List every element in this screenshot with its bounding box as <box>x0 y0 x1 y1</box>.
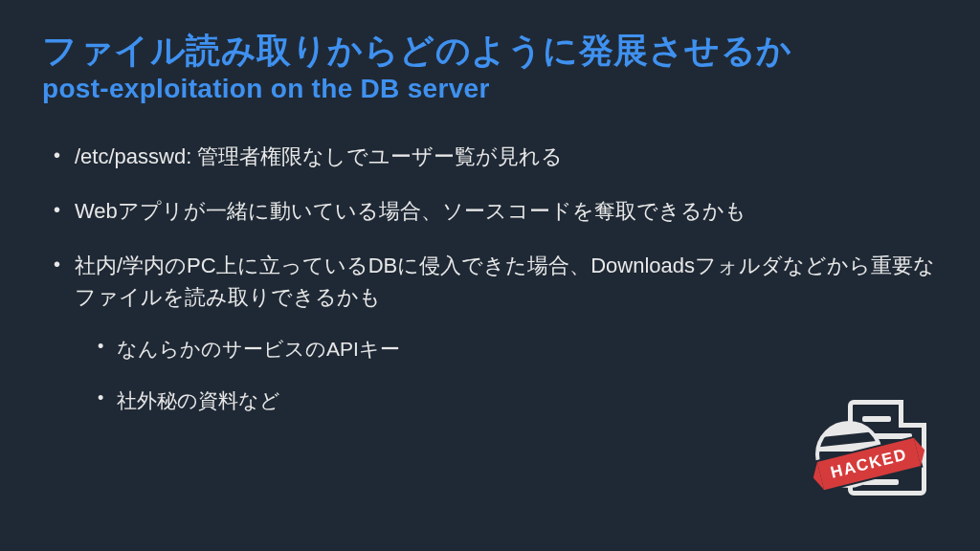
sub-bullet-item: なんらかのサービスのAPIキー <box>98 334 938 364</box>
bullet-text: Webアプリが一緒に動いている場合、ソースコードを奪取できるかも <box>75 199 746 223</box>
bullet-text: 社外秘の資料など <box>117 389 280 411</box>
slide-body: /etc/passwd: 管理者権限なしでユーザー覧が見れる Webアプリが一緒… <box>42 141 938 415</box>
slide-title: ファイル読み取りからどのように発展させるか <box>42 29 938 72</box>
bullet-item: /etc/passwd: 管理者権限なしでユーザー覧が見れる <box>54 141 938 172</box>
hacked-icon: HACKED <box>815 394 928 509</box>
bullet-text: 社内/学内のPC上に立っているDBに侵入できた場合、Downloadsフォルダな… <box>75 253 935 309</box>
bullet-item: 社内/学内のPC上に立っているDBに侵入できた場合、Downloadsフォルダな… <box>54 250 938 415</box>
bullet-item: Webアプリが一緒に動いている場合、ソースコードを奪取できるかも <box>54 195 938 227</box>
bullet-text: /etc/passwd: 管理者権限なしでユーザー覧が見れる <box>75 144 563 168</box>
slide-subtitle: post-exploitation on the DB server <box>42 74 938 104</box>
sub-bullet-item: 社外秘の資料など <box>98 386 938 416</box>
bullet-text: なんらかのサービスのAPIキー <box>117 338 400 360</box>
